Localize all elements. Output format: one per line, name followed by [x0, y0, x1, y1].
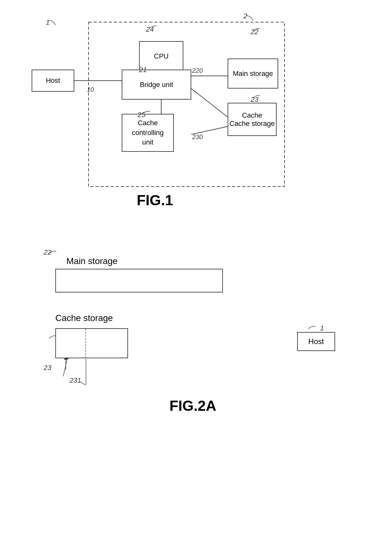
- svg-line-6: [191, 89, 228, 117]
- main-storage-wide-box: [55, 269, 223, 293]
- host-box-2a: Host: [297, 332, 335, 351]
- main-storage-box: Main storage: [228, 59, 278, 89]
- ref-23-fig2a: 23: [44, 364, 51, 372]
- ref-2: 2: [243, 12, 247, 20]
- ref-23: 23: [251, 95, 258, 104]
- svg-line-8: [191, 126, 228, 134]
- host-box: Host: [32, 70, 74, 92]
- main-storage-label-2a: Main storage: [66, 256, 118, 266]
- ref-1-fig2a: 1: [320, 324, 324, 332]
- fig1-section: 10 220 230 2 Host 1 CPU 24: [19, 9, 291, 193]
- svg-text:10: 10: [87, 86, 94, 93]
- svg-line-14: [63, 360, 67, 376]
- cache-controlling-box: Cachecontrollingunit: [122, 114, 174, 152]
- ref-22-fig2a: 22: [44, 248, 51, 256]
- ref-25: 25: [138, 111, 145, 119]
- ref-1: 1: [46, 18, 50, 27]
- fig1-label: FIG.1: [137, 192, 173, 209]
- fig2a-section: 22 Main storage Cache storage 23 231 Hos…: [19, 240, 367, 417]
- ref-24: 24: [146, 25, 154, 34]
- svg-text:230: 230: [192, 133, 203, 140]
- fig2a-label: FIG.2A: [169, 397, 216, 414]
- bridge-unit-box: Bridge unit: [122, 70, 191, 100]
- ref-22: 22: [251, 28, 258, 36]
- cache-storage-box: CacheCache storage: [228, 103, 277, 136]
- svg-text:220: 220: [192, 67, 203, 74]
- ref-21: 21: [139, 66, 147, 74]
- cache-storage-2a-box: [55, 328, 128, 358]
- cache-storage-label-2a: Cache storage: [55, 313, 113, 323]
- ref-231-fig2a: 231: [70, 376, 81, 385]
